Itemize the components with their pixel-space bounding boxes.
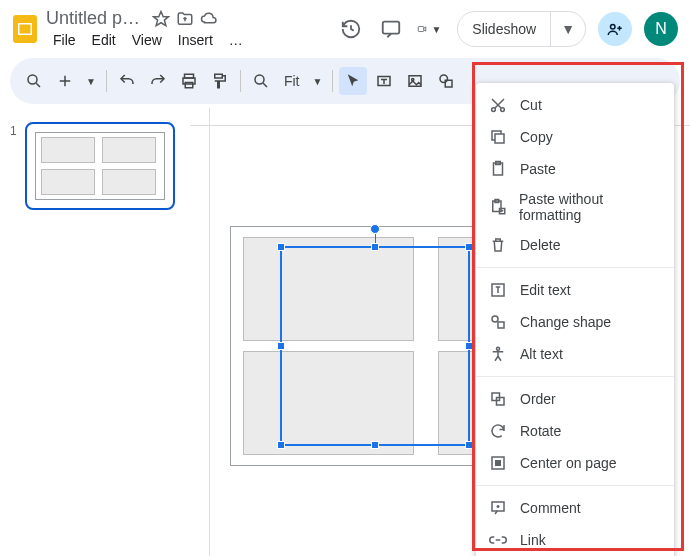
menu-edit[interactable]: Edit: [85, 30, 123, 50]
svg-point-27: [497, 347, 500, 350]
svg-rect-3: [383, 22, 400, 34]
slideshow-dropdown[interactable]: ▼: [550, 12, 585, 46]
ctx-cut[interactable]: Cut: [476, 89, 674, 121]
ctx-comment[interactable]: Comment: [476, 492, 674, 524]
accessibility-icon: [488, 344, 508, 364]
resize-handle-mr[interactable]: [465, 342, 473, 350]
ctx-alt-text[interactable]: Alt text: [476, 338, 674, 370]
link-icon: [488, 530, 508, 550]
context-menu: Cut Copy Paste Paste without formatting …: [475, 82, 675, 556]
vertical-ruler: [190, 126, 210, 556]
share-button[interactable]: [598, 12, 632, 46]
star-icon[interactable]: [152, 10, 170, 28]
ctx-label: Rotate: [520, 423, 561, 439]
ctx-label: Alt text: [520, 346, 563, 362]
cut-icon: [488, 95, 508, 115]
ctx-order[interactable]: Order: [476, 383, 674, 415]
cloud-status-icon[interactable]: [200, 10, 218, 28]
menu-view[interactable]: View: [125, 30, 169, 50]
edit-text-icon: [488, 280, 508, 300]
svg-rect-19: [495, 134, 504, 143]
svg-point-17: [492, 108, 496, 112]
slideshow-button-main[interactable]: Slideshow: [458, 21, 550, 37]
new-slide-dropdown[interactable]: ▼: [82, 76, 100, 87]
ctx-label: Paste without formatting: [519, 191, 662, 223]
slide-number: 1: [10, 122, 17, 210]
resize-handle-tl[interactable]: [277, 243, 285, 251]
ctx-rotate[interactable]: Rotate: [476, 415, 674, 447]
menu-file[interactable]: File: [46, 30, 83, 50]
ctx-paste-plain[interactable]: Paste without formatting: [476, 185, 674, 229]
meet-icon[interactable]: ▼: [417, 15, 445, 43]
paint-format-button[interactable]: [206, 67, 234, 95]
zoom-tool[interactable]: [247, 67, 275, 95]
ctx-label: Link: [520, 532, 546, 548]
slide-thumbnail-1[interactable]: [25, 122, 175, 210]
svg-point-15: [440, 75, 448, 83]
svg-rect-4: [419, 26, 424, 31]
svg-point-5: [611, 25, 616, 30]
rotate-icon: [488, 421, 508, 441]
thumbnail-panel: 1: [0, 108, 190, 556]
ruler-corner: [190, 108, 210, 126]
svg-point-25: [492, 316, 498, 322]
order-icon: [488, 389, 508, 409]
ctx-label: Center on page: [520, 455, 617, 471]
ctx-delete[interactable]: Delete: [476, 229, 674, 261]
ctx-label: Edit text: [520, 282, 571, 298]
history-icon[interactable]: [337, 15, 365, 43]
paste-icon: [488, 159, 508, 179]
account-avatar[interactable]: N: [644, 12, 678, 46]
comment-icon: [488, 498, 508, 518]
titlebar: Untitled pr… File Edit View Insert … ▼ S…: [0, 0, 690, 52]
select-tool[interactable]: [339, 67, 367, 95]
print-button[interactable]: [175, 67, 203, 95]
textbox-tool[interactable]: [370, 67, 398, 95]
undo-button[interactable]: [113, 67, 141, 95]
ctx-edit-text[interactable]: Edit text: [476, 274, 674, 306]
resize-handle-tm[interactable]: [371, 243, 379, 251]
ctx-copy[interactable]: Copy: [476, 121, 674, 153]
svg-rect-31: [496, 461, 501, 466]
resize-handle-bm[interactable]: [371, 441, 379, 449]
ctx-label: Comment: [520, 500, 581, 516]
ctx-paste[interactable]: Paste: [476, 153, 674, 185]
ctx-change-shape[interactable]: Change shape: [476, 306, 674, 338]
ctx-label: Order: [520, 391, 556, 407]
image-tool[interactable]: [401, 67, 429, 95]
svg-rect-10: [215, 74, 223, 78]
resize-handle-br[interactable]: [465, 441, 473, 449]
resize-handle-tr[interactable]: [465, 243, 473, 251]
ctx-label: Cut: [520, 97, 542, 113]
slideshow-button: Slideshow ▼: [457, 11, 586, 47]
svg-rect-13: [409, 76, 421, 87]
copy-icon: [488, 127, 508, 147]
document-title[interactable]: Untitled pr…: [46, 8, 146, 29]
menu-more[interactable]: …: [222, 30, 250, 50]
ctx-label: Paste: [520, 161, 556, 177]
new-slide-button[interactable]: [51, 67, 79, 95]
ctx-label: Copy: [520, 129, 553, 145]
svg-point-11: [255, 75, 264, 84]
zoom-label[interactable]: Fit: [278, 73, 306, 89]
search-menus-icon[interactable]: [20, 67, 48, 95]
ctx-label: Change shape: [520, 314, 611, 330]
delete-icon: [488, 235, 508, 255]
move-folder-icon[interactable]: [176, 10, 194, 28]
ctx-link[interactable]: Link: [476, 524, 674, 556]
ctx-label: Delete: [520, 237, 560, 253]
slides-logo[interactable]: [12, 12, 38, 46]
menu-insert[interactable]: Insert: [171, 30, 220, 50]
svg-rect-2: [20, 25, 31, 34]
ctx-center[interactable]: Center on page: [476, 447, 674, 479]
comments-icon[interactable]: [377, 15, 405, 43]
change-shape-icon: [488, 312, 508, 332]
paste-plain-icon: [488, 197, 507, 217]
selected-shape[interactable]: [280, 246, 470, 446]
rotate-handle[interactable]: [370, 224, 380, 234]
zoom-dropdown[interactable]: ▼: [308, 76, 326, 87]
redo-button[interactable]: [144, 67, 172, 95]
resize-handle-ml[interactable]: [277, 342, 285, 350]
shape-tool[interactable]: [432, 67, 460, 95]
resize-handle-bl[interactable]: [277, 441, 285, 449]
